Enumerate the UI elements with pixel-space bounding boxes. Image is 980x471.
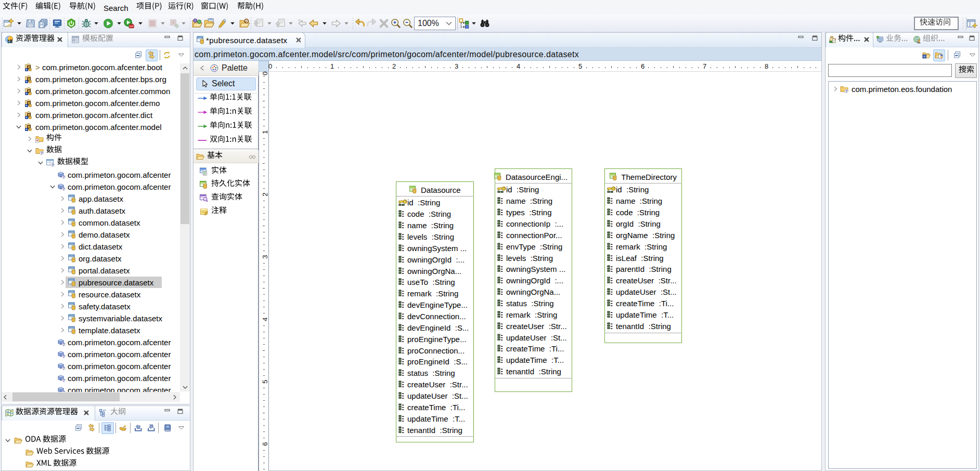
svg-text:?: ? — [62, 175, 65, 179]
svg-text:?: ? — [62, 187, 65, 191]
svg-text:?: ? — [845, 89, 848, 93]
svg-text:?: ? — [62, 343, 65, 346]
svg-text:?: ? — [51, 163, 54, 167]
svg-text:?: ? — [62, 355, 65, 358]
svg-text:?: ? — [62, 378, 65, 382]
svg-text:?: ? — [62, 367, 65, 370]
svg-text:?: ? — [41, 151, 43, 155]
